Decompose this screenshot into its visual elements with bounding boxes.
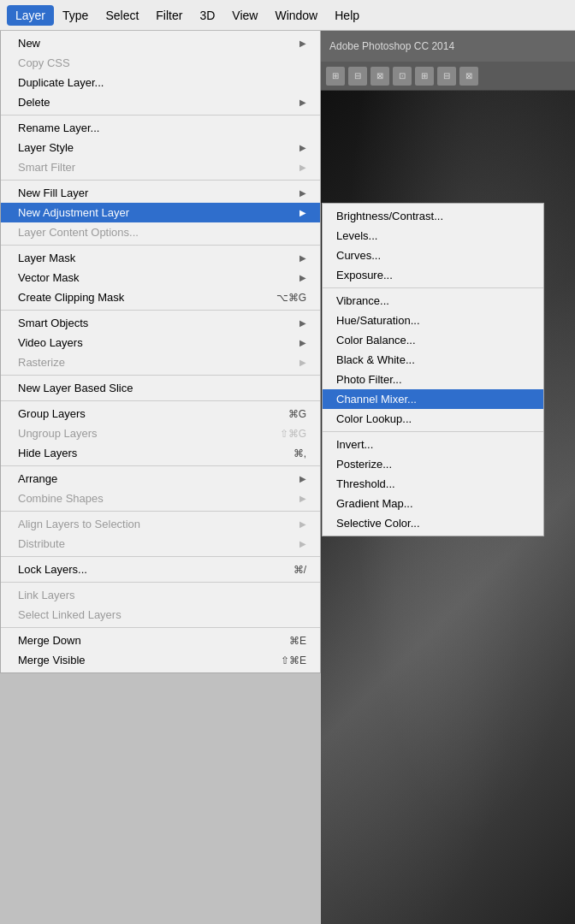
menu-item-combine-shapes-arrow: ▶ <box>299 494 306 503</box>
menu-item-rename-layer[interactable]: Rename Layer... <box>1 118 320 138</box>
toolbar-align-left[interactable]: ⊞ <box>326 67 345 86</box>
toolbar-spacing[interactable]: ⊞ <box>415 67 434 86</box>
menu-item-layer-content-options[interactable]: Layer Content Options... <box>1 222 320 242</box>
toolbar-align-center[interactable]: ⊟ <box>348 67 367 86</box>
menu-bar-filter[interactable]: Filter <box>147 5 191 26</box>
menu-bar-type[interactable]: Type <box>54 5 97 26</box>
menu-item-new-fill-layer[interactable]: New Fill Layer ▶ <box>1 183 320 203</box>
menu-item-select-linked-label: Select Linked Layers <box>18 608 122 621</box>
submenu-channel-mixer[interactable]: Channel Mixer... <box>323 389 543 409</box>
menu-item-video-layers[interactable]: Video Layers ▶ <box>1 333 320 352</box>
menu-item-arrange-arrow: ▶ <box>299 474 306 483</box>
menu-item-merge-down[interactable]: Merge Down ⌘E <box>1 631 320 650</box>
menu-item-align-layers[interactable]: Align Layers to Selection ▶ <box>1 514 320 534</box>
menu-item-layer-style[interactable]: Layer Style ▶ <box>1 138 320 157</box>
menu-item-combine-shapes[interactable]: Combine Shapes ▶ <box>1 489 320 508</box>
submenu-threshold[interactable]: Threshold... <box>323 474 543 494</box>
submenu-curves[interactable]: Curves... <box>323 246 543 265</box>
submenu-brightness-contrast[interactable]: Brightness/Contrast... <box>323 206 543 226</box>
menu-bar-view[interactable]: View <box>223 5 266 26</box>
submenu-sep-2 <box>323 431 543 432</box>
menu-section-top: New ▶ Copy CSS Duplicate Layer... Delete… <box>1 31 320 672</box>
separator-3 <box>1 245 320 246</box>
menu-item-smart-filter-label: Smart Filter <box>18 161 75 174</box>
menu-item-rasterize[interactable]: Rasterize ▶ <box>1 352 320 372</box>
submenu-posterize[interactable]: Posterize... <box>323 454 543 474</box>
menu-item-combine-shapes-label: Combine Shapes <box>18 492 104 505</box>
separator-4 <box>1 310 320 311</box>
submenu-selective-color[interactable]: Selective Color... <box>323 513 543 533</box>
menu-bar-3d[interactable]: 3D <box>191 5 223 26</box>
menu-item-distribute-arrow: ▶ <box>299 539 306 548</box>
menu-item-new-fill-label: New Fill Layer <box>18 187 88 199</box>
menu-item-arrange[interactable]: Arrange ▶ <box>1 469 320 489</box>
menu-item-rasterize-arrow: ▶ <box>299 358 306 367</box>
menu-item-merge-visible[interactable]: Merge Visible ⇧⌘E <box>1 650 320 670</box>
menu-item-duplicate-layer[interactable]: Duplicate Layer... <box>1 73 320 92</box>
menu-item-select-linked-layers[interactable]: Select Linked Layers <box>1 605 320 625</box>
menu-item-vector-mask[interactable]: Vector Mask ▶ <box>1 268 320 287</box>
menu-bar-select[interactable]: Select <box>97 5 147 26</box>
menu-item-copy-css[interactable]: Copy CSS <box>1 53 320 73</box>
submenu-vibrance[interactable]: Vibrance... <box>323 291 543 311</box>
separator-10 <box>1 582 320 583</box>
submenu-color-balance[interactable]: Color Balance... <box>323 330 543 350</box>
menu-item-new-adjustment-layer[interactable]: New Adjustment Layer ▶ Brightness/Contra… <box>1 203 320 222</box>
menu-item-new-layer-based-slice[interactable]: New Layer Based Slice <box>1 378 320 398</box>
submenu-exposure[interactable]: Exposure... <box>323 265 543 285</box>
menu-item-group-layers-shortcut: ⌘G <box>288 408 306 420</box>
toolbar-align2[interactable]: ⊟ <box>437 67 456 86</box>
submenu-hue-saturation[interactable]: Hue/Saturation... <box>323 311 543 330</box>
menu-item-smart-filter[interactable]: Smart Filter ▶ <box>1 157 320 177</box>
separator-8 <box>1 511 320 512</box>
separator-7 <box>1 465 320 466</box>
menu-item-create-clipping-mask[interactable]: Create Clipping Mask ⌥⌘G <box>1 287 320 307</box>
menu-item-slice-label: New Layer Based Slice <box>18 382 133 394</box>
submenu-invert[interactable]: Invert... <box>323 435 543 454</box>
submenu-color-lookup[interactable]: Color Lookup... <box>323 409 543 429</box>
menu-item-rename-label: Rename Layer... <box>18 121 99 134</box>
separator-5 <box>1 375 320 376</box>
menu-item-align-layers-label: Align Layers to Selection <box>18 518 140 530</box>
menu-item-delete[interactable]: Delete ▶ <box>1 92 320 112</box>
menu-item-clipping-mask-shortcut: ⌥⌘G <box>276 292 306 304</box>
separator-2 <box>1 180 320 181</box>
toolbar-extra[interactable]: ⊠ <box>459 67 478 86</box>
menu-item-smart-filter-arrow: ▶ <box>299 163 306 172</box>
menu-item-link-layers[interactable]: Link Layers <box>1 585 320 605</box>
menu-item-hide-layers[interactable]: Hide Layers ⌘, <box>1 443 320 463</box>
menu-item-ungroup-layers-label: Ungroup Layers <box>18 427 98 440</box>
layer-dropdown-menu: New ▶ Copy CSS Duplicate Layer... Delete… <box>0 31 321 673</box>
menu-item-new[interactable]: New ▶ <box>1 33 320 53</box>
menu-item-new-fill-arrow: ▶ <box>299 188 306 198</box>
toolbar-distribute[interactable]: ⊡ <box>393 67 412 86</box>
submenu-levels[interactable]: Levels... <box>323 226 543 246</box>
separator-11 <box>1 627 320 628</box>
menu-item-align-layers-arrow: ▶ <box>299 519 306 529</box>
menu-item-video-layers-arrow: ▶ <box>299 338 306 347</box>
menu-item-layer-mask[interactable]: Layer Mask ▶ <box>1 248 320 268</box>
menu-item-arrange-label: Arrange <box>18 472 57 485</box>
menu-item-rasterize-label: Rasterize <box>18 356 65 369</box>
submenu-photo-filter[interactable]: Photo Filter... <box>323 370 543 389</box>
submenu-black-white[interactable]: Black & White... <box>323 350 543 370</box>
menu-item-hide-layers-shortcut: ⌘, <box>293 447 306 459</box>
menu-item-lock-layers-shortcut: ⌘/ <box>293 564 306 576</box>
menu-item-ungroup-layers[interactable]: Ungroup Layers ⇧⌘G <box>1 424 320 443</box>
menu-item-smart-objects[interactable]: Smart Objects ▶ <box>1 313 320 333</box>
ps-titlebar: Adobe Photoshop CC 2014 <box>321 31 575 62</box>
menu-item-copy-css-label: Copy CSS <box>18 56 70 69</box>
menu-item-lock-layers[interactable]: Lock Layers... ⌘/ <box>1 560 320 579</box>
separator-9 <box>1 556 320 557</box>
submenu-gradient-map[interactable]: Gradient Map... <box>323 494 543 513</box>
menu-item-group-layers[interactable]: Group Layers ⌘G <box>1 404 320 424</box>
menu-bar-window[interactable]: Window <box>266 5 326 26</box>
menu-item-distribute[interactable]: Distribute ▶ <box>1 534 320 554</box>
toolbar-align-right[interactable]: ⊠ <box>370 67 389 86</box>
menu-item-hide-layers-label: Hide Layers <box>18 447 77 459</box>
menu-item-distribute-label: Distribute <box>18 537 65 550</box>
menu-bar-layer[interactable]: Layer <box>7 5 54 26</box>
menu-item-delete-arrow: ▶ <box>299 98 306 107</box>
ps-toolbar: ⊞ ⊟ ⊠ ⊡ ⊞ ⊟ ⊠ <box>321 62 575 91</box>
menu-bar-help[interactable]: Help <box>326 5 368 26</box>
